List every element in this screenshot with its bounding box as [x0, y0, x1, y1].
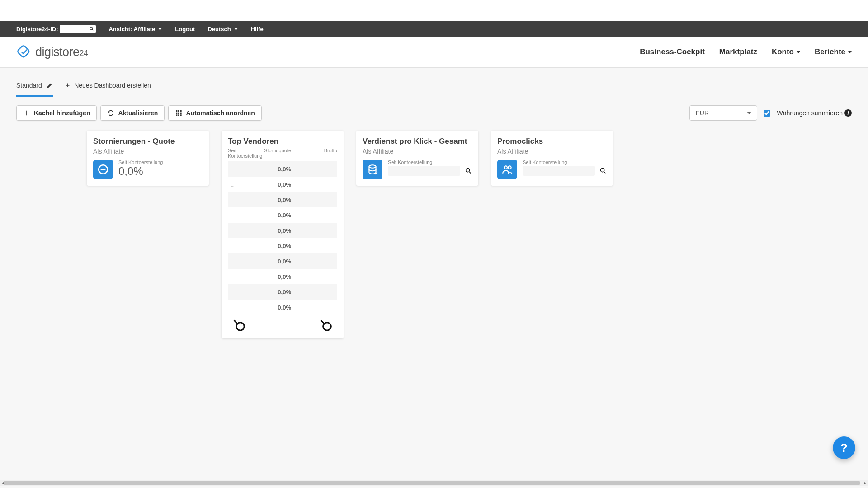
cell-stornoquote: 0,0% [259, 243, 305, 249]
col-header-stornoquote: Stornoquote [259, 148, 305, 159]
sum-currencies-label: Währungen summieren i [777, 109, 852, 117]
nav-reports-label: Berichte [815, 47, 845, 56]
col-header-since: Seit Kontoerstellung [228, 148, 259, 159]
refresh-button[interactable]: Aktualisieren [100, 105, 165, 121]
svg-point-19 [466, 169, 470, 172]
svg-point-14 [236, 323, 245, 331]
card-subtitle: Als Affiliate [363, 148, 472, 155]
vendor-rows: 0,0%..0,0%0,0%0,0%0,0%0,0%0,0%0,0%0,0%0,… [228, 161, 337, 315]
browser-whitespace [0, 0, 868, 21]
value-placeholder [388, 166, 460, 176]
auto-arrange-label: Automatisch anordnen [186, 109, 255, 117]
tab-new-dashboard[interactable]: + Neues Dashboard erstellen [66, 81, 151, 96]
language-switcher[interactable]: Deutsch [208, 26, 238, 33]
svg-rect-6 [176, 113, 177, 114]
card-title: Promoclicks [497, 137, 607, 146]
svg-rect-3 [176, 110, 177, 112]
tab-standard-label: Standard [16, 82, 42, 89]
svg-line-17 [321, 320, 325, 324]
card-cancellation-quote: Stornierungen - Quote Als Affiliate Seit… [87, 131, 209, 186]
currency-select[interactable]: EUR [689, 105, 757, 121]
svg-line-15 [234, 320, 238, 324]
nav-market-label: Marktplatz [719, 47, 757, 56]
magnify-icon[interactable] [319, 319, 333, 332]
digistore-id-field[interactable] [60, 25, 96, 33]
logo-text: digistore24 [35, 45, 88, 59]
magnify-icon[interactable] [232, 319, 246, 332]
help-fab-label: ? [840, 441, 848, 455]
help-link[interactable]: Hilfe [251, 26, 264, 33]
view-switcher[interactable]: Ansicht: Affiliate [108, 26, 162, 33]
digistore-id-label: Digistore24-ID: [16, 26, 58, 33]
auto-arrange-button[interactable]: Automatisch anordnen [168, 105, 261, 121]
view-label: Ansicht: Affiliate [108, 26, 155, 33]
brand-logo[interactable]: digistore24 [16, 44, 88, 60]
svg-rect-5 [180, 110, 182, 112]
svg-rect-8 [180, 113, 182, 114]
logo-icon [16, 44, 32, 60]
since-label: Seit Kontoerstellung [523, 160, 607, 165]
search-icon[interactable] [465, 167, 472, 174]
since-label: Seit Kontoerstellung [118, 160, 203, 165]
sum-currencies-checkbox[interactable] [764, 110, 770, 117]
nav-konto[interactable]: Konto [772, 47, 800, 56]
nav-business-cockpit[interactable]: Business-Cockpit [640, 47, 705, 56]
chevron-down-icon [797, 51, 800, 53]
chevron-down-icon [158, 28, 162, 30]
scroll-right-arrow[interactable]: ► [863, 481, 868, 485]
svg-line-24 [604, 172, 605, 173]
chevron-down-icon [234, 28, 238, 30]
table-row: 0,0% [228, 223, 337, 238]
search-icon[interactable] [89, 26, 94, 32]
tab-new-dash-label: Neues Dashboard erstellen [74, 82, 151, 89]
cell-stornoquote: 0,0% [259, 181, 305, 188]
svg-point-21 [505, 166, 508, 169]
card-subtitle: Als Affiliate [93, 148, 203, 155]
svg-line-20 [469, 172, 471, 173]
svg-point-18 [369, 165, 376, 168]
card-subtitle: Als Affiliate [497, 148, 607, 155]
svg-point-0 [90, 27, 93, 29]
help-fab[interactable]: ? [833, 436, 855, 459]
table-row: 0,0% [228, 238, 337, 253]
add-tile-label: Kachel hinzufügen [34, 109, 90, 117]
svg-point-22 [508, 166, 511, 169]
table-row: ..0,0% [228, 177, 337, 192]
dashboard-cards: Stornierungen - Quote Als Affiliate Seit… [16, 131, 852, 338]
table-row: 0,0% [228, 161, 337, 177]
nav-marktplatz[interactable]: Marktplatz [719, 47, 757, 56]
info-icon[interactable]: i [844, 109, 852, 117]
card-top-vendors: Top Vendoren Seit Kontoerstellung Storno… [222, 131, 344, 338]
svg-point-23 [601, 169, 604, 172]
table-row: 0,0% [228, 300, 337, 315]
plus-icon: + [66, 81, 70, 89]
edit-icon[interactable] [47, 82, 53, 89]
chevron-down-icon [848, 51, 852, 53]
svg-rect-4 [178, 110, 179, 112]
card-title: Stornierungen - Quote [93, 137, 203, 146]
horizontal-scrollbar[interactable]: ◄ ► [0, 480, 868, 486]
svg-rect-10 [178, 114, 179, 116]
card-title: Top Vendoren [228, 137, 337, 146]
nav-account-label: Konto [772, 47, 794, 56]
minus-circle-icon [93, 160, 113, 179]
page-body: Standard + Neues Dashboard erstellen Kac… [0, 68, 868, 488]
cell-stornoquote: 0,0% [259, 273, 305, 280]
svg-point-16 [323, 323, 331, 331]
search-icon[interactable] [599, 167, 607, 174]
cell-stornoquote: 0,0% [259, 289, 305, 296]
since-label: Seit Kontoerstellung [388, 160, 472, 165]
logout-link[interactable]: Logout [175, 26, 195, 33]
nav-berichte[interactable]: Berichte [815, 47, 852, 56]
add-tile-button[interactable]: Kachel hinzufügen [16, 105, 97, 121]
main-nav: Business-Cockpit Marktplatz Konto Berich… [640, 47, 852, 56]
table-row: 0,0% [228, 269, 337, 284]
main-header: digistore24 Business-Cockpit Marktplatz … [0, 37, 868, 68]
database-icon [363, 160, 382, 179]
cell-stornoquote: 0,0% [259, 212, 305, 219]
cell-stornoquote: 0,0% [259, 166, 305, 173]
logout-label: Logout [175, 26, 195, 33]
cell-stornoquote: 0,0% [259, 304, 305, 311]
scroll-thumb[interactable] [4, 481, 860, 485]
tab-standard[interactable]: Standard [16, 82, 53, 97]
